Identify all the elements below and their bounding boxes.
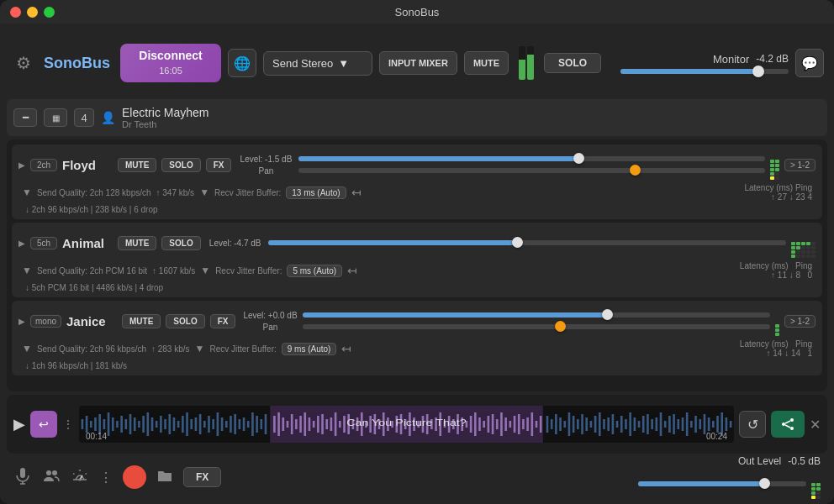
svg-rect-139 <box>690 421 693 428</box>
monitor-label: Monitor <box>713 53 749 66</box>
mute-button[interactable]: MUTE <box>464 51 509 75</box>
peer-janice-recv-info: ↓ 1ch 96 kbps/ch | 181 kb/s <box>18 361 816 370</box>
close-btn[interactable] <box>10 7 21 18</box>
svg-rect-33 <box>225 421 228 428</box>
out-level-slider-row <box>638 469 821 499</box>
peer-floyd-top: ▶ 2ch Floyd MUTE SOLO FX Level: -1.5 dB <box>18 150 816 180</box>
monitor-slider[interactable] <box>620 69 789 74</box>
peer-janice-level-slider[interactable] <box>303 312 769 318</box>
mic-button[interactable] <box>13 466 32 489</box>
peer-janice-recv-label: Recv Jitter Buffer: <box>209 344 276 354</box>
svg-rect-100 <box>518 414 520 434</box>
transport-menu-button[interactable]: ⋮ <box>62 417 74 431</box>
peer-janice-play[interactable]: ▶ <box>18 317 25 326</box>
minimize-btn[interactable] <box>27 7 38 18</box>
peer-floyd-level-slider[interactable] <box>298 156 764 161</box>
peer-janice-caret2[interactable]: ▼ <box>195 343 205 354</box>
disconnect-subtitle: 16:05 <box>159 66 182 76</box>
input-grid-button[interactable]: ▦ <box>44 108 67 127</box>
peer-floyd-caret2[interactable]: ▼ <box>199 186 209 198</box>
peer-floyd-pan-slider[interactable] <box>298 168 764 173</box>
peer-janice-solo[interactable]: SOLO <box>166 314 204 328</box>
peer-floyd-bottom: ▼ Send Quality: 2ch 128 kbps/ch ↑ 347 kb… <box>18 183 816 202</box>
maximize-btn[interactable] <box>44 7 55 18</box>
out-level-label: Out Level <box>738 455 781 467</box>
svg-rect-148 <box>730 421 732 428</box>
svg-rect-134 <box>668 416 671 433</box>
svg-rect-145 <box>716 416 719 433</box>
svg-rect-137 <box>682 417 684 431</box>
peer-animal-play[interactable]: ▶ <box>18 239 25 248</box>
peer-janice-caret[interactable]: ▼ <box>22 343 32 354</box>
input-type-button[interactable]: ━ <box>13 108 37 127</box>
svg-rect-106 <box>546 416 549 433</box>
svg-rect-103 <box>531 412 534 436</box>
svg-rect-14 <box>142 416 145 433</box>
peers-container: ▶ 2ch Floyd MUTE SOLO FX Level: -1.5 dB <box>7 139 827 391</box>
time-start: 00:14 <box>86 432 107 441</box>
svg-rect-144 <box>712 421 715 428</box>
peer-animal-solo[interactable]: SOLO <box>161 236 200 250</box>
peer-janice-fx[interactable]: FX <box>210 314 236 328</box>
svg-rect-51 <box>304 412 306 436</box>
peer-card: ▶ 5ch Animal MUTE SOLO Level: -4.7 dB <box>12 223 822 297</box>
peer-animal-caret[interactable]: ▼ <box>22 265 32 276</box>
input-mixer-button[interactable]: INPUT MIXER <box>379 51 457 75</box>
peer-animal-level-label: Level: -4.7 dB <box>206 239 265 248</box>
peer-animal-arrow[interactable]: ↤ <box>347 264 357 277</box>
close-transport-button[interactable]: ✕ <box>810 417 821 433</box>
peer-animal-mute[interactable]: MUTE <box>118 236 156 250</box>
peer-floyd-arrow[interactable]: ↤ <box>351 186 362 199</box>
peer-floyd-mute[interactable]: MUTE <box>118 158 156 172</box>
fx-main-button[interactable]: FX <box>183 467 221 487</box>
transport-play-button[interactable]: ▶ <box>13 415 25 433</box>
more-button[interactable]: ⋮ <box>99 470 113 486</box>
peer-floyd-fx[interactable]: FX <box>206 158 232 172</box>
svg-rect-123 <box>620 416 623 433</box>
share-button[interactable] <box>771 411 805 438</box>
record-button[interactable] <box>123 465 146 489</box>
peer-janice-sliders: Level: +0.0 dB Pan <box>240 311 769 332</box>
svg-point-151 <box>790 418 794 422</box>
transport-loop-button[interactable]: ↩ <box>30 411 57 438</box>
svg-rect-28 <box>203 421 206 428</box>
svg-rect-25 <box>190 419 193 429</box>
svg-rect-50 <box>299 416 302 433</box>
device-sub: Dr Teeth <box>122 119 208 129</box>
tuner-button[interactable] <box>71 468 89 486</box>
peer-janice-arrow[interactable]: ↤ <box>341 342 351 355</box>
send-mode-select[interactable]: Send Stereo ▼ <box>263 51 372 76</box>
peer-floyd-play[interactable]: ▶ <box>18 160 25 170</box>
svg-rect-10 <box>125 419 128 429</box>
titlebar: SonoBus <box>0 0 834 24</box>
folder-button[interactable] <box>156 468 173 487</box>
svg-rect-120 <box>607 417 610 431</box>
undo-button[interactable]: ↺ <box>739 411 766 438</box>
peer-floyd-solo[interactable]: SOLO <box>161 158 200 172</box>
solo-button[interactable]: SOLO <box>544 53 601 73</box>
out-level-meter <box>811 469 821 499</box>
peer-animal-meter <box>791 228 816 258</box>
traffic-lights <box>10 7 55 18</box>
svg-rect-117 <box>594 416 597 433</box>
peer-janice-mute[interactable]: MUTE <box>122 314 161 328</box>
svg-rect-57 <box>330 417 333 431</box>
svg-line-154 <box>785 425 790 428</box>
peer-animal-level-slider[interactable] <box>268 240 786 245</box>
peer-floyd-caret[interactable]: ▼ <box>22 186 32 198</box>
peer-animal-latency: Latency (ms) Ping ↑ 11 ↓ 8 0 <box>740 261 812 280</box>
disconnect-button[interactable]: Disconnect 16:05 <box>120 44 221 82</box>
peer-janice-pan-slider[interactable] <box>303 324 769 329</box>
globe-button[interactable]: 🌐 <box>228 49 256 77</box>
peer-animal-caret2[interactable]: ▼ <box>200 265 210 276</box>
svg-rect-36 <box>239 419 241 429</box>
group-button[interactable] <box>42 466 61 489</box>
main-meter <box>519 46 534 80</box>
svg-rect-110 <box>563 421 566 428</box>
out-level-slider[interactable] <box>638 481 806 486</box>
settings-button[interactable]: ⚙ <box>10 50 37 76</box>
chat-button[interactable]: 💬 <box>795 49 824 77</box>
svg-rect-98 <box>509 421 512 428</box>
waveform-container[interactable]: Can You Picture That? 00:14 00:24 <box>79 406 734 443</box>
svg-rect-17 <box>156 421 158 428</box>
